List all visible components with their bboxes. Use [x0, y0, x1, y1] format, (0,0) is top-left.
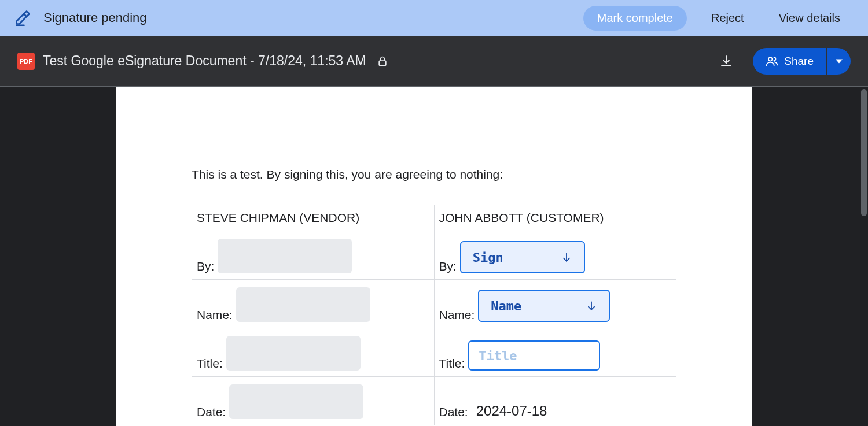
vendor-sign-field: [218, 239, 352, 273]
document-viewport[interactable]: This is a test. By signing this, you are…: [0, 87, 868, 426]
scrollbar-thumb[interactable]: [861, 89, 867, 216]
svg-rect-1: [379, 61, 386, 65]
document-page: This is a test. By signing this, you are…: [116, 87, 752, 426]
pdf-badge: PDF: [17, 53, 35, 70]
people-icon: [766, 55, 778, 68]
signature-icon: [14, 10, 31, 26]
by-label-b: By:: [439, 260, 457, 273]
signature-status-text: Signature pending: [43, 10, 569, 25]
title-placeholder: Title: [479, 349, 517, 363]
share-button-group: Share: [753, 48, 851, 75]
sign-field-label: Sign: [473, 250, 503, 265]
document-title-bar: PDF Test Google eSignature Document - 7/…: [0, 36, 868, 87]
share-button[interactable]: Share: [753, 48, 826, 75]
reject-button[interactable]: Reject: [701, 6, 755, 31]
mark-complete-button[interactable]: Mark complete: [583, 6, 687, 31]
customer-date-value: 2024-07-18: [476, 403, 547, 419]
title-label-b: Title:: [439, 357, 465, 371]
vendor-title-field: [226, 336, 361, 371]
signature-banner: Signature pending Mark complete Reject V…: [0, 0, 868, 36]
name-field-label: Name: [491, 299, 521, 313]
title-label-a: Title:: [197, 357, 223, 371]
vendor-date-field: [229, 384, 363, 419]
intro-text: This is a test. By signing this, you are…: [192, 168, 676, 181]
name-label-b: Name:: [439, 308, 475, 322]
name-label-a: Name:: [197, 308, 233, 322]
date-label-a: Date:: [197, 405, 226, 419]
party-b-header: JOHN ABBOTT (CUSTOMER): [434, 205, 676, 231]
arrow-down-icon: [586, 300, 597, 312]
signature-table: STEVE CHIPMAN (VENDOR) JOHN ABBOTT (CUST…: [192, 205, 676, 425]
by-label-a: By:: [197, 260, 214, 273]
share-label: Share: [784, 55, 814, 68]
download-icon[interactable]: [719, 54, 733, 68]
party-a-header: STEVE CHIPMAN (VENDOR): [192, 205, 435, 231]
date-label-b: Date:: [439, 405, 468, 419]
share-dropdown-button[interactable]: [827, 48, 851, 75]
arrow-down-icon: [561, 251, 572, 263]
caret-down-icon: [836, 58, 843, 65]
document-title: Test Google eSignature Document - 7/18/2…: [43, 53, 366, 69]
view-details-button[interactable]: View details: [768, 6, 851, 31]
customer-title-field[interactable]: Title: [468, 340, 600, 371]
lock-icon: [377, 55, 388, 67]
vendor-name-field: [236, 287, 370, 322]
svg-point-2: [768, 57, 772, 61]
customer-name-field[interactable]: Name: [478, 290, 610, 322]
customer-sign-field[interactable]: Sign: [460, 241, 585, 273]
